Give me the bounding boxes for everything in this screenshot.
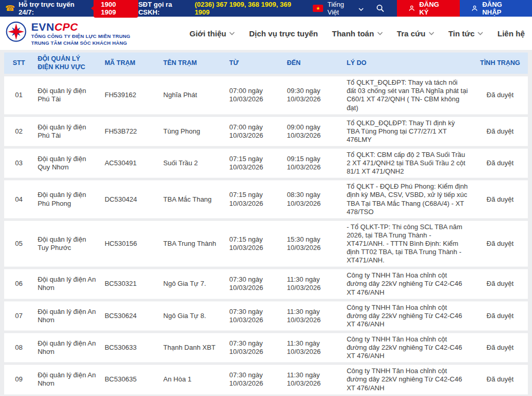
cell-status: Đã duyệt (472, 117, 528, 146)
cell-from: 07:30 ngày 10/03/2026 (225, 269, 283, 298)
cell-reason: Công ty TNHH Tân Hoa chỉnh cột đường dây… (342, 365, 472, 394)
cell-to: 08:30 ngày 10/03/2026 (283, 180, 342, 218)
chevron-down-icon (477, 32, 483, 35)
cell-stt: 06 (4, 269, 33, 298)
cskh-phone-numbers: (0236) 367 1909, 368 1909, 369 1909 (195, 1, 302, 16)
column-header-stt: STT (4, 52, 33, 74)
phone-icon: ☎ (5, 4, 15, 13)
cell-stt: 03 (4, 149, 33, 178)
cell-to: 09:00 ngày 10/03/2026 (283, 117, 342, 146)
topbar-right-group: SĐT gọi ra CSKH: (0236) 367 1909, 368 19… (138, 0, 532, 17)
cell-to: 09:30 ngày 10/03/2026 (283, 76, 342, 114)
cell-station: An Hòa 1 (159, 365, 225, 394)
cell-team: Đội quản lý điện Phú Tài (33, 76, 100, 114)
cell-from: 07:30 ngày 10/03/2026 (225, 301, 283, 331)
cell-reason: Tổ QLKT - ĐQLĐ Phú Phong: Kiểm định định… (342, 180, 472, 218)
cell-status: Đã duyệt (472, 333, 528, 362)
user-icon (408, 5, 415, 12)
table-row: 01Đội quản lý điện Phú TàiFH539162Nghĩa … (4, 76, 528, 114)
cell-reason: Tổ QLKD_ĐQLĐPT: Thay TI định kỳ TBA Tùng… (342, 117, 472, 146)
nav-item-5[interactable]: Tin tức (448, 29, 484, 38)
vietnam-flag-icon: ★ (313, 5, 323, 12)
cell-status: Đã duyệt (472, 301, 528, 331)
nav-item-label: Tra cứu (397, 29, 425, 38)
nav-item-6[interactable]: Liên hệ (497, 29, 525, 38)
chevron-down-icon (229, 32, 235, 35)
cell-from: 07:00 ngày 10/03/2026 (225, 117, 283, 146)
cell-from: 07:15 ngày 10/03/2026 (225, 180, 283, 218)
chevron-down-icon (429, 32, 434, 35)
language-selector[interactable]: Tiếng Việt (327, 1, 364, 16)
nav-item-2[interactable]: Dịch vụ trực tuyến (249, 29, 318, 38)
register-button[interactable]: ĐĂNG KÝ (397, 0, 460, 17)
cell-reason: Tổ QLKT: CBM cấp độ 2 TBA Suối Trầu 2 XT… (342, 149, 472, 178)
cell-station: Thạnh Danh XBT (159, 333, 225, 362)
cell-status: Đã duyệt (472, 221, 528, 267)
cell-code: BC530635 (100, 365, 159, 394)
login-button[interactable]: ĐĂNG NHẬP (460, 0, 532, 17)
cell-status: Đã duyệt (472, 180, 528, 218)
column-header-team: ĐỘI QUẢN LÝ ĐIỆN KHU VỰC (33, 52, 100, 74)
cell-stt: 04 (4, 180, 33, 218)
table-row: 08Đội quản lý điện An NhơnBC530633Thạnh … (4, 333, 528, 362)
cell-code: AC530491 (100, 149, 159, 178)
nav-item-3[interactable]: Thanh toán (332, 29, 383, 38)
column-header-code: MÃ TRẠM (100, 52, 159, 74)
cell-station: Ngô Gia Tự 7. (159, 269, 225, 298)
table-row: 04Đội quản lý điện Phú PhongDC530424TBA … (4, 180, 528, 218)
cell-team: Đội quản lý điện An Nhơn (33, 301, 100, 331)
cell-station: Tùng Phong (159, 117, 225, 146)
register-label: ĐĂNG KÝ (419, 1, 448, 16)
table-row: 03Đội quản lý điện Quy NhơnAC530491Suối … (4, 149, 528, 178)
cell-to: 11:30 ngày 10/03/2026 (283, 269, 342, 298)
evncpc-logo[interactable]: EVNCPC TỔNG CÔNG TY ĐIỆN LỰC MIỀN TRUNG … (5, 21, 130, 46)
nav-item-label: Liên hệ (497, 29, 525, 38)
cell-status: Đã duyệt (472, 365, 528, 394)
cell-team: Đội quản lý điện Quy Nhơn (33, 149, 100, 178)
search-icon[interactable] (376, 4, 384, 12)
cell-to: 15:30 ngày 10/03/2026 (283, 221, 342, 267)
cell-reason: Công ty TNHH Tân Hoa chỉnh cột đường dây… (342, 301, 472, 331)
column-header-from: TỪ (225, 52, 283, 74)
hotline-badge[interactable]: 1900 1909 (94, 0, 138, 18)
nav-item-4[interactable]: Tra cứu (397, 29, 434, 38)
top-utility-bar: ☎ Hỗ trợ trực tuyến 24/7: 1900 1909 SĐT … (0, 0, 532, 17)
cell-code: FH539162 (100, 76, 159, 114)
language-label: Tiếng Việt (327, 1, 355, 16)
table-row: 07Đội quản lý điện An NhơnBC530624Ngô Gi… (4, 301, 528, 331)
outage-table-area: STTĐỘI QUẢN LÝ ĐIỆN KHU VỰCMÃ TRẠMTÊN TR… (0, 50, 532, 396)
cell-from: 07:00 ngày 10/03/2026 (225, 76, 283, 114)
cell-station: TBA Trung Thành (159, 221, 225, 267)
table-body: 01Đội quản lý điện Phú TàiFH539162Nghĩa … (4, 76, 528, 396)
cell-team: Đội quản lý điện Phú Tài (33, 117, 100, 146)
cell-stt: 08 (4, 333, 33, 362)
table-row: 05Đội quản lý điện Tuy PhướcHC530156TBA … (4, 221, 528, 267)
cell-code: BC530633 (100, 333, 159, 362)
site-header: EVNCPC TỔNG CÔNG TY ĐIỆN LỰC MIỀN TRUNG … (0, 17, 532, 50)
nav-item-1[interactable]: Giới thiệu (190, 29, 235, 38)
cell-code: HC530156 (100, 221, 159, 267)
support-label: Hỗ trợ trực tuyến 24/7: (19, 1, 88, 16)
cell-status: Đã duyệt (472, 149, 528, 178)
cell-from: 07:30 ngày 10/03/2026 (225, 333, 283, 362)
cell-status: Đã duyệt (472, 269, 528, 298)
cell-to: 11:30 ngày 10/03/2026 (283, 333, 342, 362)
company-line-2: TRUNG TÂM CHĂM SÓC KHÁCH HÀNG (31, 41, 130, 46)
login-label: ĐĂNG NHẬP (482, 1, 521, 16)
cell-code: BC530321 (100, 269, 159, 298)
cell-team: Đội quản lý điện Phú Phong (33, 180, 100, 218)
table-row: 09Đội quản lý điện An NhơnBC530635An Hòa… (4, 365, 528, 394)
outage-table: STTĐỘI QUẢN LÝ ĐIỆN KHU VỰCMÃ TRẠMTÊN TR… (4, 50, 528, 396)
cell-code: DC530424 (100, 180, 159, 218)
nav-item-label: Giới thiệu (190, 29, 227, 38)
chevron-down-icon (358, 5, 364, 12)
cell-reason: Tổ QLKT_ĐQLĐPT: Thay và tách nối đất 03 … (342, 76, 472, 114)
cell-from: 07:30 ngày 10/03/2026 (225, 365, 283, 394)
brand-evn: EVN (31, 21, 55, 33)
support-group: ☎ Hỗ trợ trực tuyến 24/7: 1900 1909 (0, 0, 138, 18)
table-header-row: STTĐỘI QUẢN LÝ ĐIỆN KHU VỰCMÃ TRẠMTÊN TR… (4, 52, 528, 74)
cell-station: Nghĩa Phát (159, 76, 225, 114)
cell-stt: 05 (4, 221, 33, 267)
cell-status: Đã duyệt (472, 76, 528, 114)
cell-to: 11:30 ngày 10/03/2026 (283, 365, 342, 394)
